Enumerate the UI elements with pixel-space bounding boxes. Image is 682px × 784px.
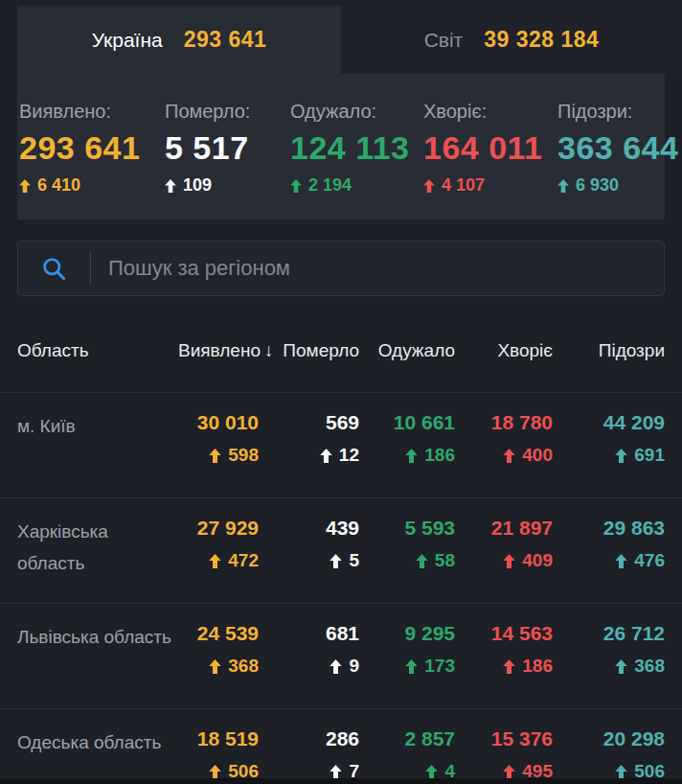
- stat-card: Підозри: 363 644 6 930: [557, 101, 665, 219]
- stat-delta-value: 4 107: [442, 175, 485, 196]
- stat-delta-value: 6 930: [576, 175, 619, 196]
- header-suspected[interactable]: Підозри: [553, 340, 665, 361]
- cell-delta-value: 368: [634, 656, 665, 677]
- table-cell: 439 5: [259, 498, 359, 603]
- cell-delta-value: 409: [522, 550, 553, 571]
- header-confirmed[interactable]: Виявлено↓: [178, 340, 259, 361]
- cell-delta-value: 12: [339, 445, 359, 466]
- stat-delta: 6 410: [19, 175, 165, 196]
- up-arrow-icon: [209, 554, 221, 568]
- up-arrow-icon: [557, 179, 569, 193]
- region-search-bar: [17, 241, 665, 296]
- table-cell: 24 539 368: [178, 604, 259, 708]
- up-arrow-icon: [503, 449, 515, 463]
- summary-stats-panel: Виявлено: 293 641 6 410 Померло: 5 517 1…: [17, 74, 665, 219]
- table-cell: 9 295 173: [359, 604, 455, 708]
- up-arrow-icon: [425, 765, 438, 779]
- tab-world-label: Світ: [424, 29, 464, 52]
- up-arrow-icon: [615, 449, 627, 463]
- up-arrow-icon: [615, 765, 627, 779]
- cell-value: 18 519: [178, 726, 259, 751]
- country-world-tabbar: Україна 293 641 Світ 39 328 184: [0, 0, 682, 74]
- cell-value: 2 857: [359, 726, 455, 751]
- tab-world[interactable]: Світ 39 328 184: [341, 6, 682, 74]
- stat-value: 293 641: [19, 129, 165, 167]
- cell-delta: 186: [455, 656, 553, 677]
- up-arrow-icon: [330, 554, 342, 568]
- table-cell: 29 863 476: [553, 498, 665, 603]
- up-arrow-icon: [405, 659, 418, 674]
- table-cell: 30 010 598: [178, 393, 259, 497]
- cell-value: 10 661: [359, 410, 455, 435]
- cell-delta-value: 58: [435, 550, 455, 571]
- stat-delta-value: 6 410: [37, 175, 80, 196]
- cell-delta-value: 173: [424, 656, 455, 677]
- table-header-row: Область Виявлено↓ Померло Одужало Хворіє…: [0, 296, 682, 392]
- stat-card: Виявлено: 293 641 6 410: [19, 101, 165, 219]
- tab-ukraine-label: Україна: [92, 29, 163, 52]
- cell-delta: 368: [553, 656, 665, 677]
- table-cell: 15 376 495: [455, 709, 553, 784]
- stat-label: Підозри:: [557, 101, 665, 123]
- cell-value: 26 712: [553, 621, 665, 646]
- header-sick[interactable]: Хворіє: [455, 340, 553, 361]
- up-arrow-icon: [330, 765, 342, 779]
- region-search-input[interactable]: [91, 242, 664, 295]
- cell-delta-value: 368: [228, 656, 259, 677]
- cell-delta: 598: [178, 445, 259, 466]
- header-deaths[interactable]: Померло: [259, 340, 359, 361]
- up-arrow-icon: [503, 554, 515, 568]
- cell-value: 569: [259, 410, 359, 435]
- up-arrow-icon: [416, 554, 428, 568]
- cell-delta: 409: [455, 550, 553, 571]
- table-cell: 26 712 368: [553, 604, 665, 708]
- cell-value: 27 929: [178, 516, 259, 541]
- header-region: Область: [17, 340, 178, 361]
- cell-delta-value: 400: [522, 445, 553, 466]
- stat-value: 164 011: [423, 129, 557, 167]
- table-cell: 286 7: [259, 709, 359, 784]
- cell-value: 14 563: [455, 621, 553, 646]
- up-arrow-icon: [320, 449, 332, 463]
- regions-table: Область Виявлено↓ Померло Одужало Хворіє…: [0, 296, 682, 784]
- stat-label: Виявлено:: [19, 101, 165, 123]
- cell-value: 681: [259, 621, 359, 646]
- stat-delta: 109: [165, 175, 290, 196]
- table-cell: 681 9: [259, 604, 359, 708]
- cell-delta: 472: [178, 550, 259, 571]
- tab-ukraine-total: 293 641: [184, 27, 267, 53]
- tab-ukraine[interactable]: Україна 293 641: [17, 6, 341, 74]
- header-recovered[interactable]: Одужало: [359, 340, 455, 361]
- up-arrow-icon: [423, 179, 435, 193]
- cell-delta: 5: [259, 550, 359, 571]
- table-cell: 18 780 400: [455, 393, 553, 497]
- table-cell: 18 519 506: [178, 709, 259, 784]
- stat-value: 5 517: [165, 129, 290, 167]
- cell-value: 18 780: [455, 410, 553, 435]
- cell-delta: 9: [259, 656, 359, 677]
- up-arrow-icon: [405, 449, 418, 463]
- cell-value: 29 863: [553, 516, 665, 541]
- cell-value: 286: [259, 726, 359, 751]
- stat-card: Одужало: 124 113 2 194: [290, 101, 423, 219]
- cell-value: 15 376: [455, 726, 553, 751]
- stat-card: Хворіє: 164 011 4 107: [423, 101, 557, 219]
- cell-value: 20 298: [553, 726, 665, 751]
- stat-card: Померло: 5 517 109: [165, 101, 290, 219]
- cell-value: 439: [259, 516, 359, 541]
- cell-delta: 186: [359, 445, 455, 466]
- bottom-edge: [0, 778, 682, 784]
- table-cell: 14 563 186: [455, 604, 553, 708]
- table-cell: 2 857 4: [359, 709, 455, 784]
- cell-delta-value: 598: [228, 445, 259, 466]
- cell-delta-value: 186: [522, 656, 553, 677]
- search-icon[interactable]: [18, 256, 90, 282]
- cell-value: 24 539: [178, 621, 259, 646]
- table-cell: 5 593 58: [359, 498, 455, 603]
- cell-delta: 476: [553, 550, 665, 571]
- cell-delta: 58: [359, 550, 455, 571]
- table-cell: 10 661 186: [359, 393, 455, 497]
- cell-value: 9 295: [359, 621, 455, 646]
- up-arrow-icon: [19, 179, 31, 193]
- tab-world-total: 39 328 184: [484, 27, 599, 53]
